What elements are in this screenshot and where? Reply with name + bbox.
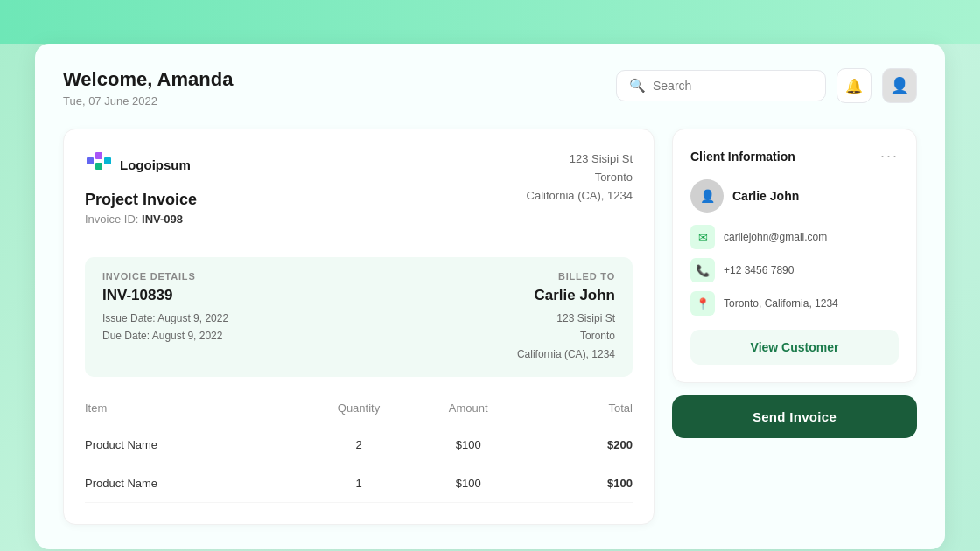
invoice-id-label: Invoice ID: [85,213,138,226]
invoice-header: Logoipsum Project Invoice Invoice ID: IN… [85,150,633,240]
welcome-block: Welcome, Amanda Tue, 07 June 2022 [63,68,233,108]
logo-area: Logoipsum [85,150,197,178]
items-table: Item Quantity Amount Total Product Name … [85,394,633,503]
email-icon: ✉ [690,225,715,249]
row-amount-0: $100 [414,438,523,451]
more-options-button[interactable]: ··· [880,147,899,165]
row-total-0: $200 [523,438,633,451]
avatar-icon: 👤 [890,76,909,95]
billed-addr1: 123 Sisipi St [517,310,615,327]
invoice-title: Project Invoice [85,191,197,209]
view-customer-button[interactable]: View Customer [690,330,899,365]
col-quantity-header: Quantity [304,401,413,415]
sidebar-panel: Client Information ··· 👤 Carlie John ✉ c… [672,129,917,525]
invoice-panel: Logoipsum Project Invoice Invoice ID: IN… [63,129,654,525]
details-left: INVOICE DETAILS INV-10839 Issue Date: Au… [102,271,228,363]
details-label-right: BILLED TO [517,271,615,282]
svg-rect-2 [104,157,111,164]
notification-button[interactable]: 🔔 [836,68,872,103]
invoice-details-box: INVOICE DETAILS INV-10839 Issue Date: Au… [85,257,633,377]
client-card-title: Client Information [690,150,795,164]
welcome-date: Tue, 07 June 2022 [63,94,233,108]
issue-date: Issue Date: August 9, 2022 [102,310,228,327]
avatar: 👤 [690,179,724,213]
client-phone: +12 3456 7890 [724,264,794,276]
inv-number: INV-10839 [102,287,228,304]
content-area: Logoipsum Project Invoice Invoice ID: IN… [63,129,917,525]
invoice-id-value: INV-098 [142,213,183,226]
invoice-logo-area: Logoipsum Project Invoice Invoice ID: IN… [85,150,197,240]
row-total-1: $100 [523,477,633,490]
details-label-left: INVOICE DETAILS [102,271,228,282]
location-icon: 📍 [690,291,715,316]
client-name: Carlie John [732,189,799,203]
row-qty-1: 1 [304,477,413,490]
address-line1: 123 Sisipi St [527,150,633,169]
row-qty-0: 2 [304,438,413,451]
avatar-placeholder: 👤 [700,189,715,203]
col-total-header: Total [523,401,633,415]
client-phone-row: 📞 +12 3456 7890 [690,258,899,282]
table-rows-container: Product Name 2 $100 $200 Product Name 1 … [85,426,633,503]
table-row: Product Name 1 $100 $100 [85,464,633,503]
search-icon: 🔍 [629,78,646,94]
client-card: Client Information ··· 👤 Carlie John ✉ c… [672,129,917,383]
client-name-row: 👤 Carlie John [690,179,899,213]
col-item-header: Item [85,401,304,415]
client-card-header: Client Information ··· [690,147,899,165]
row-item-0: Product Name [85,438,304,451]
table-row: Product Name 2 $100 $200 [85,426,633,464]
invoice-title-row: Project Invoice [85,191,197,209]
main-container: Welcome, Amanda Tue, 07 June 2022 🔍 🔔 👤 [35,44,945,549]
client-location-row: 📍 Toronto, California, 1234 [690,291,899,316]
phone-icon: 📞 [690,258,715,282]
row-amount-1: $100 [414,477,523,490]
logo-icon [85,150,113,178]
svg-rect-3 [95,163,102,170]
send-invoice-button[interactable]: Send Invoice [672,395,917,438]
client-info-rows: ✉ carliejohn@gmail.com 📞 +12 3456 7890 📍… [690,225,899,316]
billed-addr2: Toronto [517,327,615,345]
search-bar[interactable]: 🔍 [616,70,826,101]
welcome-title: Welcome, Amanda [63,68,233,91]
avatar-button[interactable]: 👤 [882,68,917,103]
logo-text: Logoipsum [120,157,191,172]
svg-rect-1 [95,152,102,159]
address-line3: California (CA), 1234 [527,187,633,206]
svg-rect-0 [87,157,94,164]
invoice-id-row: Invoice ID: INV-098 [85,213,197,226]
client-email-row: ✉ carliejohn@gmail.com [690,225,899,249]
invoice-address: 123 Sisipi St Toronto California (CA), 1… [527,150,633,205]
client-location: Toronto, California, 1234 [724,297,838,310]
row-item-1: Product Name [85,477,304,490]
billed-addr3: California (CA), 1234 [517,345,615,363]
table-header: Item Quantity Amount Total [85,394,633,422]
billed-name: Carlie John [517,287,615,304]
bell-icon: 🔔 [845,78,863,94]
address-line2: Toronto [527,169,633,187]
client-email: carliejohn@gmail.com [724,231,827,243]
details-right: BILLED TO Carlie John 123 Sisipi St Toro… [517,271,615,363]
search-input[interactable] [653,79,813,93]
header-right: 🔍 🔔 👤 [616,68,917,103]
top-bar [0,0,980,44]
due-date: Due Date: August 9, 2022 [102,327,228,345]
header: Welcome, Amanda Tue, 07 June 2022 🔍 🔔 👤 [63,68,917,108]
col-amount-header: Amount [414,401,523,415]
